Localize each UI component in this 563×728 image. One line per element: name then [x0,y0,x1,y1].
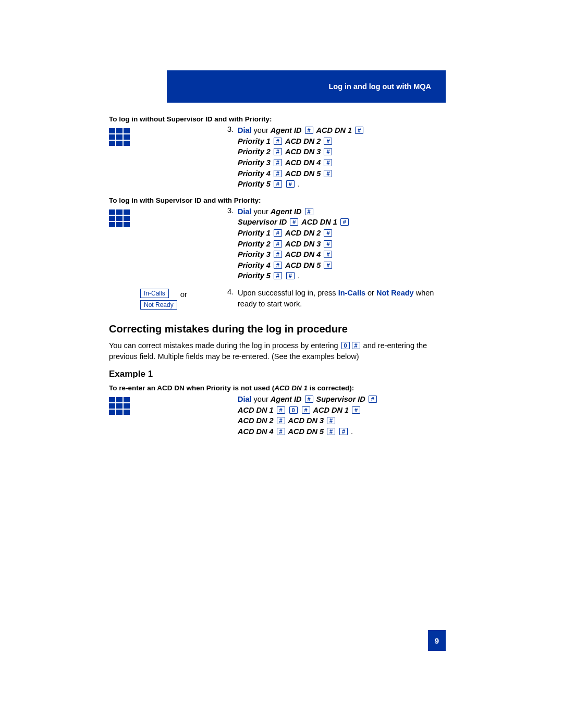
softkey-stack: In-Calls Not Ready [109,289,177,312]
keypad-icon [109,397,130,415]
supervisor-id: Supervisor ID [238,218,287,226]
keypad-icon [109,128,130,146]
hash-key: # [302,406,310,414]
hash-key: # [277,417,285,424]
example1-row: Dial your Agent ID # Supervisor ID # ACD… [109,394,446,437]
acd-dn-1: ACD DN 1 [301,218,337,226]
hash-key: # [352,406,360,414]
example1-label-end: is corrected): [308,384,354,392]
priority-5: Priority 5 [238,180,271,188]
page-number: 9 [435,636,439,645]
acd-dn-5: ACD DN 5 [288,427,324,436]
step4-leftcol: In-Calls Not Ready or [109,288,221,312]
hash-key: # [324,148,332,155]
not-ready-keyword: Not Ready [376,289,414,297]
section1-leftcol [109,125,221,189]
step-number: 4. [221,288,238,312]
page-number-tab: 9 [428,630,446,651]
step4-mid: or [365,289,376,297]
example1-label-pre: To re-enter an ACD DN when Priority is n… [109,384,274,392]
hash-key: # [274,138,282,145]
correcting-heading: Correcting mistakes during the log in pr… [109,323,446,335]
example1-label-em: ACD DN 1 [274,384,308,392]
priority-1: Priority 1 [238,229,271,237]
example1-label: To re-enter an ACD DN when Priority is n… [109,384,446,393]
hash-key: # [274,240,282,248]
hash-key: # [274,251,282,258]
correct-body-pre: You can correct mistakes made during the… [109,341,340,350]
hash-key: # [277,406,285,414]
agent-id: Agent ID [271,395,302,403]
your-word: your [252,395,271,403]
acd-dn-5: ACD DN 5 [285,261,321,269]
hash-key: # [274,272,282,279]
hash-key: # [274,148,282,155]
hash-key: # [327,428,335,435]
priority-1: Priority 1 [238,137,271,145]
priority-2: Priority 2 [238,240,271,248]
agent-id: Agent ID [271,126,302,134]
acd-dn-4: ACD DN 4 [285,158,321,167]
not-ready-softkey: Not Ready [140,300,177,310]
hash-key: # [286,180,295,188]
section2-leftcol [109,206,221,281]
header-tab: Log in and log out with MQA [167,70,446,103]
acd-dn-4: ACD DN 4 [285,250,321,258]
step4-text: Upon successful log in, press In-Calls o… [238,288,446,312]
acd-dn-1: ACD DN 1 [313,406,349,414]
hash-key: # [286,272,295,279]
priority-3: Priority 3 [238,158,271,167]
hash-key: # [340,218,349,226]
acd-dn-4: ACD DN 4 [238,427,273,436]
hash-key: # [355,127,363,134]
acd-dn-2: ACD DN 2 [238,416,273,425]
section2-label: To log in with Supervisor ID and with Pr… [109,196,446,205]
section1-text: Dial your Agent ID # ACD DN 1 # Priority… [238,125,446,189]
section1-rightcol: 3. Dial your Agent ID # ACD DN 1 # Prior… [221,125,446,189]
zero-key: 0 [341,342,350,349]
your-word: your [252,126,271,134]
acd-dn-1: ACD DN 1 [316,126,352,134]
hash-key: # [274,262,282,269]
hash-key: # [274,180,282,188]
hash-key: # [324,159,332,166]
hash-key: # [274,170,282,177]
priority-4: Priority 4 [238,169,271,178]
step4-rightcol: 4. Upon successful log in, press In-Call… [221,288,446,312]
zero-key: 0 [289,406,298,414]
example1-rightcol: Dial your Agent ID # Supervisor ID # ACD… [221,394,446,437]
acd-dn-2: ACD DN 2 [285,229,321,237]
acd-dn-1: ACD DN 1 [238,406,273,414]
hash-key: # [352,342,360,349]
agent-id: Agent ID [271,207,302,216]
section1-label: To log in without Supervisor ID and with… [109,115,446,124]
hash-key: # [305,396,313,403]
priority-5: Priority 5 [238,272,271,280]
hash-key: # [305,208,313,215]
in-calls-keyword: In-Calls [338,289,365,297]
section2-text: Dial your Agent ID # Supervisor ID # ACD… [238,206,446,281]
keypad-icon [109,209,130,227]
hash-key: # [324,170,332,177]
dial-word: Dial [238,395,252,403]
correcting-body: You can correct mistakes made during the… [109,340,446,362]
section1-row: 3. Dial your Agent ID # ACD DN 1 # Prior… [109,125,446,189]
hash-key: # [324,138,332,145]
supervisor-id: Supervisor ID [316,395,365,403]
section2-row: 3. Dial your Agent ID # Supervisor ID # … [109,206,446,281]
step-number: 3. [221,206,238,281]
example1-text: Dial your Agent ID # Supervisor ID # ACD… [238,394,446,437]
example1-leftcol [109,394,221,437]
hash-key: # [305,127,313,134]
page: Log in and log out with MQA To log in wi… [0,0,563,728]
example1-heading: Example 1 [109,369,446,379]
header-text: Log in and log out with MQA [328,82,431,91]
hash-key: # [327,417,335,424]
acd-dn-3: ACD DN 3 [288,416,324,425]
your-word: your [252,207,271,216]
or-text: or [180,289,187,299]
hash-key: # [274,159,282,166]
hash-key: # [339,428,348,435]
dial-word: Dial [238,126,252,134]
hash-key: # [274,229,282,237]
